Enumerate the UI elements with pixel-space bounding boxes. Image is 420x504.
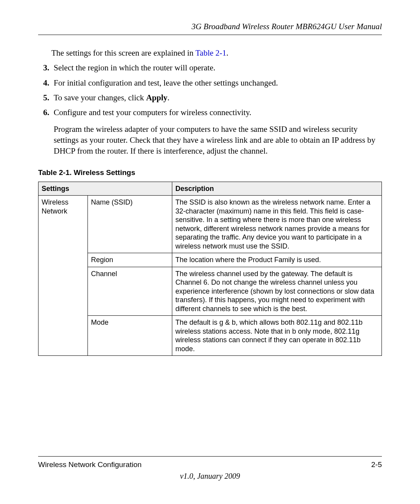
footer-page-number: 2-5: [371, 460, 382, 469]
footer-section: Wireless Network Configuration: [38, 460, 142, 469]
page-footer: Wireless Network Configuration 2-5: [38, 456, 382, 469]
step-5: To save your changes, click Apply.: [51, 92, 382, 103]
manual-page: 3G Broadband Wireless Router MBR624GU Us…: [0, 0, 420, 504]
table-row: Channel The wireless channel used by the…: [38, 267, 382, 316]
col-description: Description: [172, 182, 382, 196]
intro-text: The settings for this screen are explain…: [51, 47, 382, 58]
intro-post: .: [226, 48, 228, 58]
step-5-pre: To save your changes, click: [54, 93, 146, 102]
footer-version: v1.0, January 2009: [0, 472, 420, 481]
intro-link[interactable]: Table 2-1: [196, 48, 227, 58]
setting-cell: Region: [88, 253, 172, 267]
steps-list: Select the region in which the router wi…: [38, 62, 382, 156]
desc-cell: The default is g & b, which allows both …: [172, 316, 382, 356]
intro-pre: The settings for this screen are explain…: [51, 48, 196, 58]
group-cell: Wireless Network: [38, 196, 88, 356]
step-3: Select the region in which the router wi…: [51, 62, 382, 73]
setting-cell: Name (SSID): [88, 196, 172, 253]
table-row: Wireless Network Name (SSID) The SSID is…: [38, 196, 382, 253]
setting-cell: Mode: [88, 316, 172, 356]
step-5-post: .: [167, 93, 169, 102]
table-row: Region The location where the Product Fa…: [38, 253, 382, 267]
desc-cell: The wireless channel used by the gateway…: [172, 267, 382, 316]
table-caption: Table 2-1. Wireless Settings: [38, 168, 382, 177]
setting-cell: Channel: [88, 267, 172, 316]
step-4: For initial configuration and test, leav…: [51, 77, 382, 88]
desc-cell: The location where the Product Family is…: [172, 253, 382, 267]
desc-cell: The SSID is also known as the wireless n…: [172, 196, 382, 253]
step-6-followup: Program the wireless adapter of your com…: [54, 124, 382, 157]
step-6-text: Configure and test your computers for wi…: [54, 108, 251, 117]
wireless-settings-table: Settings Description Wireless Network Na…: [38, 182, 382, 356]
col-settings: Settings: [38, 182, 172, 196]
page-header: 3G Broadband Wireless Router MBR624GU Us…: [38, 22, 382, 35]
table-row: Mode The default is g & b, which allows …: [38, 316, 382, 356]
step-6: Configure and test your computers for wi…: [51, 107, 382, 156]
step-5-bold: Apply: [146, 93, 168, 102]
